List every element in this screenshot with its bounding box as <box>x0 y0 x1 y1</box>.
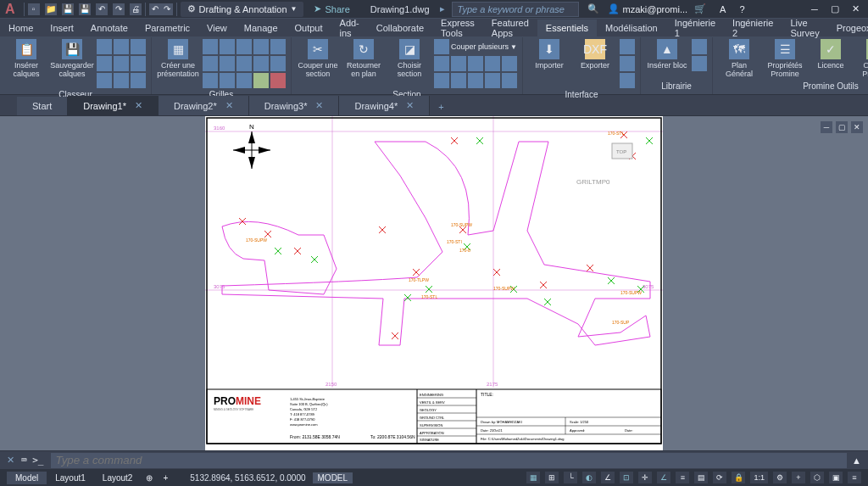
model-badge[interactable]: MODEL <box>313 472 353 483</box>
inserer-calques-button[interactable]: 📋Insérer calques <box>5 39 47 78</box>
close-tab-icon[interactable]: ✕ <box>315 100 323 111</box>
tool-icon[interactable] <box>114 39 129 54</box>
units-icon[interactable]: ⬡ <box>810 472 824 483</box>
options-button[interactable]: ✓Options Promine <box>855 39 868 78</box>
tool-icon[interactable] <box>220 56 235 71</box>
tool-icon[interactable] <box>468 73 483 88</box>
doc-tab[interactable]: Drawing2*✕ <box>159 96 249 115</box>
cmd-expand-icon[interactable]: ▲ <box>852 455 861 466</box>
autodesk-icon[interactable]: A <box>720 4 726 14</box>
doc-tab[interactable]: Drawing4*✕ <box>339 96 430 115</box>
cart-icon[interactable]: 🛒 <box>694 3 706 14</box>
new-icon[interactable]: ▫ <box>28 3 40 15</box>
tool-icon[interactable] <box>485 56 500 71</box>
tool-icon[interactable] <box>270 73 286 88</box>
sauvegarder-calques-button[interactable]: 💾Sauvegarder calques <box>51 39 93 78</box>
retourner-plan-button[interactable]: ↻Retourner en plan <box>342 39 385 78</box>
menu-tab-parametric[interactable]: Parametric <box>136 20 198 36</box>
tool-icon[interactable] <box>434 73 449 88</box>
tool-icon[interactable] <box>131 56 146 71</box>
otrack-icon[interactable]: ∠ <box>657 472 670 483</box>
tool-icon[interactable] <box>97 39 112 54</box>
tool-icon[interactable] <box>253 56 269 71</box>
redo2-icon[interactable]: ↷ <box>161 3 173 15</box>
menu-tab-manage[interactable]: Manage <box>236 20 287 36</box>
tool-icon[interactable] <box>236 39 252 54</box>
licence-button[interactable]: ✓Licence <box>810 39 852 70</box>
tool-icon[interactable] <box>451 73 466 88</box>
menu-tab-progeox[interactable]: Progeox <box>828 20 868 36</box>
help-icon[interactable]: ? <box>739 4 744 14</box>
layout-options-icon[interactable]: ⊕ <box>141 473 158 483</box>
tool-icon[interactable] <box>692 39 707 54</box>
tool-icon[interactable] <box>270 39 286 54</box>
menu-tab-output[interactable]: Output <box>287 20 331 36</box>
tool-icon[interactable] <box>236 56 252 71</box>
tool-icon[interactable] <box>114 56 129 71</box>
annotation-monitor-icon[interactable]: + <box>792 472 805 483</box>
dynamic-input-icon[interactable]: 🔒 <box>732 472 745 483</box>
ortho-icon[interactable]: └ <box>564 472 577 483</box>
close-tab-icon[interactable]: ✕ <box>225 100 233 111</box>
file-dropdown-icon[interactable]: ▸ <box>440 3 445 14</box>
proprietes-button[interactable]: ☰Propriétés Promine <box>764 39 806 78</box>
share-button[interactable]: ➤ Share <box>314 3 349 14</box>
tool-icon[interactable] <box>220 39 235 54</box>
search-icon[interactable]: 🔍 <box>587 3 599 14</box>
tool-icon[interactable] <box>220 73 235 88</box>
add-layout-button[interactable]: + <box>158 473 173 483</box>
undo2-icon[interactable]: ↶ <box>149 3 161 15</box>
drawing-canvas[interactable]: ─ ▢ ✕ 3160 3075 3075 2150 2175 N <box>0 116 868 450</box>
redo-icon[interactable]: ↷ <box>113 3 125 15</box>
doc-tab[interactable]: Drawing1*✕ <box>68 96 159 115</box>
user-menu[interactable]: 👤 mzaki@promi... <box>608 3 688 14</box>
layout-tab-layout1[interactable]: Layout1 <box>47 472 94 484</box>
tool-icon[interactable] <box>114 73 129 88</box>
tool-icon[interactable] <box>131 73 146 88</box>
polar-icon[interactable]: ◐ <box>582 472 596 483</box>
tool-icon[interactable] <box>203 73 218 88</box>
command-input[interactable] <box>51 453 848 468</box>
tool-icon[interactable] <box>236 73 252 88</box>
tool-icon[interactable] <box>203 39 218 54</box>
workspace-icon[interactable]: ⚙ <box>773 472 787 483</box>
tool-icon[interactable] <box>692 56 707 71</box>
doc-tab[interactable]: Drawing3*✕ <box>249 96 340 115</box>
importer-button[interactable]: ⬇Importer <box>528 39 570 70</box>
iso-icon[interactable]: ∠ <box>601 472 615 483</box>
annotation-scale[interactable]: 1:1 <box>750 472 768 483</box>
open-icon[interactable]: 📁 <box>45 3 57 15</box>
tool-icon[interactable] <box>620 73 635 88</box>
undo-icon[interactable]: ↶ <box>96 3 108 15</box>
lineweight-icon[interactable]: ≡ <box>676 472 689 483</box>
tool-icon[interactable] <box>434 56 449 71</box>
layout-tab-model[interactable]: Model <box>7 472 47 484</box>
3dosnap-icon[interactable]: ✛ <box>638 472 652 483</box>
tool-icon[interactable] <box>203 56 218 71</box>
creer-presentation-button[interactable]: ▦Créer une présentation <box>157 39 199 78</box>
doc-tab[interactable]: Start <box>17 97 68 115</box>
tool-icon[interactable] <box>253 39 269 54</box>
quick-props-icon[interactable]: ▣ <box>829 472 843 483</box>
tool-icon[interactable] <box>502 73 517 88</box>
osnap-icon[interactable]: ⊡ <box>620 472 633 483</box>
grid-icon[interactable]: ▦ <box>526 472 540 483</box>
choisir-section-button[interactable]: ◪Choisir section <box>388 39 431 78</box>
close-tab-icon[interactable]: ✕ <box>135 100 142 111</box>
viewport-min-icon[interactable]: ─ <box>821 121 832 133</box>
tool-icon[interactable] <box>97 73 112 88</box>
save-icon[interactable]: 💾 <box>62 3 74 15</box>
close-tab-icon[interactable]: ✕ <box>406 100 414 111</box>
close-button[interactable]: ✕ <box>848 3 863 16</box>
menu-tab-insert[interactable]: Insert <box>42 20 82 36</box>
snap-icon[interactable]: ⊞ <box>545 472 559 483</box>
paper-space[interactable]: 3160 3075 3075 2150 2175 N <box>205 116 663 450</box>
menu-tab-annotate[interactable]: Annotate <box>82 20 136 36</box>
cycling-icon[interactable]: ⟳ <box>713 472 726 483</box>
viewport-restore-icon[interactable]: ▢ <box>836 121 848 133</box>
tool-icon[interactable] <box>270 56 286 71</box>
tool-icon[interactable] <box>468 56 483 71</box>
plot-icon[interactable]: 🖨 <box>130 3 142 15</box>
menu-tab-view[interactable]: View <box>198 20 236 36</box>
menu-tab-home[interactable]: Home <box>0 20 42 36</box>
